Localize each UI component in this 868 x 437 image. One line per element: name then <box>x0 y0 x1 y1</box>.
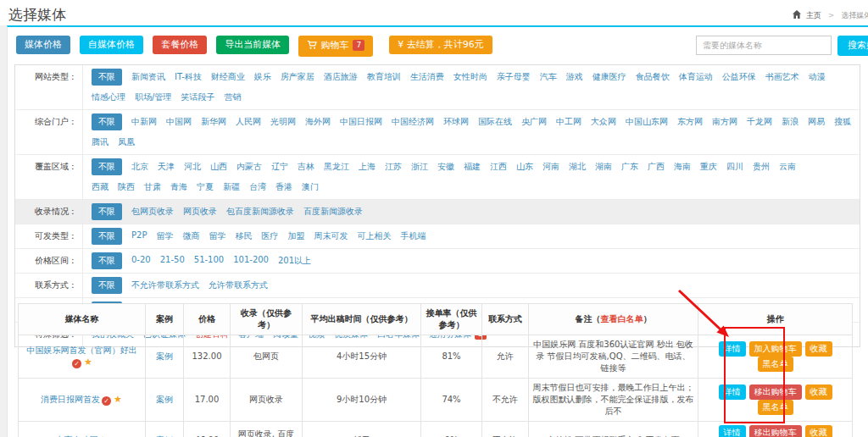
filter-option[interactable]: 允许带联系方式 <box>209 277 268 294</box>
filter-option[interactable]: 食品餐饮 <box>636 69 670 86</box>
filter-option[interactable]: 中国网 <box>166 113 192 130</box>
checkout-button[interactable]: ¥ 去结算，共计96元 <box>389 36 492 54</box>
filter-option[interactable]: 安徽 <box>437 158 454 175</box>
media-name-link[interactable]: 中国娱乐网首发（官网）好出 <box>27 346 137 355</box>
filter-option[interactable]: 西藏 <box>92 179 108 196</box>
filter-selected-chip[interactable]: 不限 <box>92 69 122 86</box>
breadcrumb-home[interactable]: 主页 <box>806 11 821 19</box>
filter-selected-chip[interactable]: 不限 <box>92 252 122 269</box>
filter-option[interactable]: 动漫 <box>809 69 826 86</box>
filter-option[interactable]: 海南 <box>674 158 691 175</box>
filter-option[interactable]: 娱乐 <box>254 69 271 86</box>
filter-option[interactable]: 加盟 <box>287 228 304 245</box>
filter-option[interactable]: 新华网 <box>201 113 226 130</box>
filter-option[interactable]: 留学 <box>209 228 225 245</box>
filter-option[interactable]: 网易 <box>808 113 825 130</box>
filter-option[interactable]: 湖南 <box>595 158 612 175</box>
filter-option[interactable]: 国际在线 <box>478 113 512 130</box>
filter-option[interactable]: 酒店旅游 <box>324 69 358 86</box>
filter-option[interactable]: 腾讯 <box>92 134 108 151</box>
filter-option[interactable]: 吉林 <box>298 158 314 175</box>
filter-option[interactable]: P2P <box>131 228 147 242</box>
self-media-price-button[interactable]: 自媒体价格 <box>80 36 143 54</box>
filter-option[interactable]: 51-100 <box>194 252 224 267</box>
filter-option[interactable]: 千龙网 <box>747 113 772 130</box>
favorite-button[interactable]: 收藏 <box>805 384 832 400</box>
filter-option[interactable]: 书画艺术 <box>765 69 799 86</box>
filter-option[interactable]: 贵州 <box>753 158 770 175</box>
filter-option[interactable]: 亲子母婴 <box>497 69 531 86</box>
filter-option[interactable]: 环球网 <box>443 113 469 130</box>
detail-button[interactable]: 详情 <box>719 384 746 400</box>
detail-button[interactable]: 详情 <box>719 425 746 437</box>
filter-option[interactable]: 青海 <box>170 179 187 196</box>
filter-option[interactable]: 云南 <box>779 158 796 175</box>
filter-option[interactable]: 内蒙古 <box>236 158 262 175</box>
filter-option[interactable]: 中国山东网 <box>626 113 668 130</box>
filter-option[interactable]: 海外网 <box>305 113 331 130</box>
filter-option[interactable]: IT-科技 <box>175 69 202 86</box>
case-link[interactable]: 案例 <box>156 351 173 361</box>
filter-option[interactable]: 大众网 <box>591 113 616 130</box>
filter-option[interactable]: 营销 <box>224 89 241 106</box>
filter-option[interactable]: 江苏 <box>385 158 402 175</box>
detail-button[interactable]: 详情 <box>719 341 746 357</box>
filter-option[interactable]: 手机端 <box>400 228 426 245</box>
filter-option[interactable]: 台湾 <box>249 179 266 196</box>
filter-option[interactable]: 房产家居 <box>281 69 314 86</box>
remove-from-cart-button[interactable]: 移出购物车 <box>749 425 802 437</box>
filter-option[interactable]: 新浪 <box>782 113 798 130</box>
filter-selected-chip[interactable]: 不限 <box>92 203 122 220</box>
filter-option[interactable]: 甘肃 <box>144 179 161 196</box>
filter-option[interactable]: 职场/管理 <box>135 89 171 106</box>
package-price-button[interactable]: 套餐价格 <box>153 36 207 54</box>
filter-option[interactable]: 广东 <box>621 158 638 175</box>
filter-option[interactable]: 福建 <box>464 158 481 175</box>
filter-option[interactable]: 江西 <box>490 158 507 175</box>
filter-option[interactable]: 光明网 <box>270 113 296 130</box>
filter-option[interactable]: 包百度新闻源收录 <box>226 203 294 220</box>
favorite-button[interactable]: 收藏 <box>805 341 832 357</box>
filter-selected-chip[interactable]: 不限 <box>92 113 122 130</box>
filter-option[interactable]: 汽车 <box>540 69 557 86</box>
filter-option[interactable]: 财经商业 <box>211 69 245 86</box>
filter-option[interactable]: 可上相关 <box>357 228 391 245</box>
filter-option[interactable]: 中国经济网 <box>392 113 434 130</box>
filter-option[interactable]: 周末可发 <box>314 228 348 245</box>
filter-option[interactable]: 游戏 <box>566 69 583 86</box>
filter-option[interactable]: 宁夏 <box>197 179 214 196</box>
filter-option[interactable]: 女性时尚 <box>453 69 487 86</box>
filter-option[interactable]: 101-200 <box>233 252 269 267</box>
filter-option[interactable]: 公益环保 <box>722 69 756 86</box>
filter-option[interactable]: 中国日报网 <box>340 113 382 130</box>
favorite-button[interactable]: 收藏 <box>805 425 832 437</box>
case-link[interactable]: 案例 <box>156 395 173 404</box>
filter-option[interactable]: 陕西 <box>118 179 135 196</box>
filter-option[interactable]: 百度新闻源收录 <box>303 203 363 220</box>
filter-option[interactable]: 201以上 <box>278 252 311 269</box>
filter-option[interactable]: 湖北 <box>569 158 586 175</box>
filter-option[interactable]: 山东 <box>516 158 533 175</box>
filter-option[interactable]: 包网页收录 <box>131 203 174 220</box>
filter-option[interactable]: 新疆 <box>223 179 240 196</box>
filter-option[interactable]: 重庆 <box>700 158 717 175</box>
filter-option[interactable]: 搜狐 <box>834 113 851 130</box>
filter-option[interactable]: 网页收录 <box>183 203 217 220</box>
filter-option[interactable]: 浙江 <box>411 158 428 175</box>
search-button[interactable]: 搜索媒体 <box>837 36 868 56</box>
filter-option[interactable]: 新闻资讯 <box>131 69 165 86</box>
filter-option[interactable]: 中新网 <box>131 113 157 130</box>
filter-option[interactable]: 移民 <box>235 228 252 245</box>
media-name-link[interactable]: 消费日报网首发 <box>41 395 100 404</box>
filter-option[interactable]: 香港 <box>275 179 292 196</box>
filter-option[interactable]: 笑话段子 <box>181 89 214 106</box>
filter-option[interactable]: 北京 <box>131 158 148 175</box>
remove-from-cart-button[interactable]: 移出购物车 <box>749 384 802 400</box>
filter-option[interactable]: 河北 <box>184 158 201 175</box>
filter-option[interactable]: 生活消费 <box>410 69 444 86</box>
filter-selected-chip[interactable]: 不限 <box>92 228 122 245</box>
export-media-button[interactable]: 导出当前媒体 <box>216 36 289 54</box>
blacklist-button[interactable]: 黑名单 <box>758 400 793 415</box>
filter-option[interactable]: 体育运动 <box>679 69 713 86</box>
media-price-button[interactable]: 媒体价格 <box>16 36 70 54</box>
